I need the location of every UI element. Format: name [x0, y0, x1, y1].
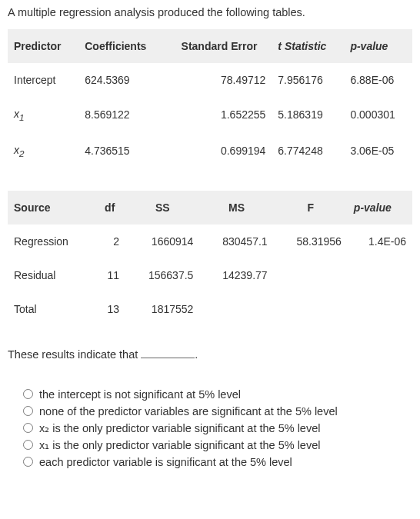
cell-predictor: Intercept [8, 63, 78, 97]
table-row: x2 4.736515 0.699194 6.774248 3.06E-05 [8, 133, 412, 169]
radio-b[interactable] [23, 406, 33, 416]
option-a-label: the intercept is not significant at 5% l… [39, 388, 241, 401]
cell-df: 11 [94, 258, 125, 292]
table-row: Total 13 1817552 [8, 292, 412, 326]
t2-h-source: Source [8, 191, 94, 225]
cell-se: 0.699194 [167, 133, 272, 169]
cell-f [274, 258, 348, 292]
fill-blank [141, 348, 195, 358]
t2-h-pvalue: p-value [348, 191, 412, 225]
radio-d[interactable] [23, 440, 33, 450]
cell-df: 2 [94, 225, 125, 258]
cell-ms: 14239.77 [199, 258, 273, 292]
prompt-suffix: . [195, 348, 198, 361]
intro-text: A multiple regression analysis produced … [8, 6, 412, 18]
cell-coef: 8.569122 [78, 97, 166, 133]
t1-h-pvalue: p-value [344, 29, 412, 63]
cell-source: Residual [8, 258, 94, 292]
cell-t: 6.774248 [272, 133, 344, 169]
question-prompt: These results indicate that . [8, 348, 412, 361]
cell-p: 0.000301 [344, 97, 412, 133]
cell-source: Regression [8, 225, 94, 258]
table-row: x1 8.569122 1.652255 5.186319 0.000301 [8, 97, 412, 133]
radio-a[interactable] [23, 389, 33, 399]
option-b[interactable]: none of the predictor variables are sign… [23, 405, 412, 418]
cell-source: Total [8, 292, 94, 326]
t1-h-tstat: t Statistic [272, 29, 344, 63]
option-e[interactable]: each predictor variable is significant a… [23, 456, 412, 468]
cell-p: 6.88E-06 [344, 63, 412, 97]
cell-t: 5.186319 [272, 97, 344, 133]
table-row: Intercept 624.5369 78.49712 7.956176 6.8… [8, 63, 412, 97]
cell-coef: 4.736515 [78, 133, 166, 169]
var-x2: x2 [14, 144, 24, 156]
cell-predictor: x2 [8, 133, 78, 169]
cell-df: 13 [94, 292, 125, 326]
t1-h-se: Standard Error [167, 29, 272, 63]
cell-f: 58.31956 [274, 225, 348, 258]
option-b-label: none of the predictor variables are sign… [39, 405, 338, 418]
option-c-label: x₂ is the only predictor variable signif… [39, 422, 320, 434]
table-row: Residual 11 156637.5 14239.77 [8, 258, 412, 292]
option-a[interactable]: the intercept is not significant at 5% l… [23, 388, 412, 401]
cell-se: 78.49712 [167, 63, 272, 97]
table-row: Regression 2 1660914 830457.1 58.31956 1… [8, 225, 412, 258]
t2-h-ss: SS [125, 191, 199, 225]
cell-predictor: x1 [8, 97, 78, 133]
cell-ss: 1817552 [125, 292, 199, 326]
cell-ss: 156637.5 [125, 258, 199, 292]
radio-c[interactable] [23, 423, 33, 433]
t2-h-ms: MS [199, 191, 273, 225]
answer-options: the intercept is not significant at 5% l… [8, 388, 412, 468]
cell-p [348, 292, 412, 326]
cell-f [274, 292, 348, 326]
option-d-label: x₁ is the only predictor variable signif… [39, 439, 320, 451]
anova-table: Source df SS MS F p-value Regression 2 1… [8, 191, 412, 326]
t2-h-f: F [274, 191, 348, 225]
cell-p: 3.06E-05 [344, 133, 412, 169]
coefficients-table: Predictor Coefficients Standard Error t … [8, 29, 412, 169]
cell-t: 7.956176 [272, 63, 344, 97]
prompt-prefix: These results indicate that [8, 348, 141, 361]
radio-e[interactable] [23, 457, 33, 467]
cell-ss: 1660914 [125, 225, 199, 258]
option-c[interactable]: x₂ is the only predictor variable signif… [23, 422, 412, 434]
cell-p: 1.4E-06 [348, 225, 412, 258]
option-e-label: each predictor variable is significant a… [39, 456, 292, 468]
cell-ms [199, 292, 273, 326]
t1-h-coef: Coefficients [78, 29, 166, 63]
option-d[interactable]: x₁ is the only predictor variable signif… [23, 439, 412, 451]
t2-h-df: df [94, 191, 125, 225]
cell-p [348, 258, 412, 292]
cell-se: 1.652255 [167, 97, 272, 133]
cell-ms: 830457.1 [199, 225, 273, 258]
t1-h-predictor: Predictor [8, 29, 78, 63]
var-x1: x1 [14, 108, 24, 120]
cell-coef: 624.5369 [78, 63, 166, 97]
